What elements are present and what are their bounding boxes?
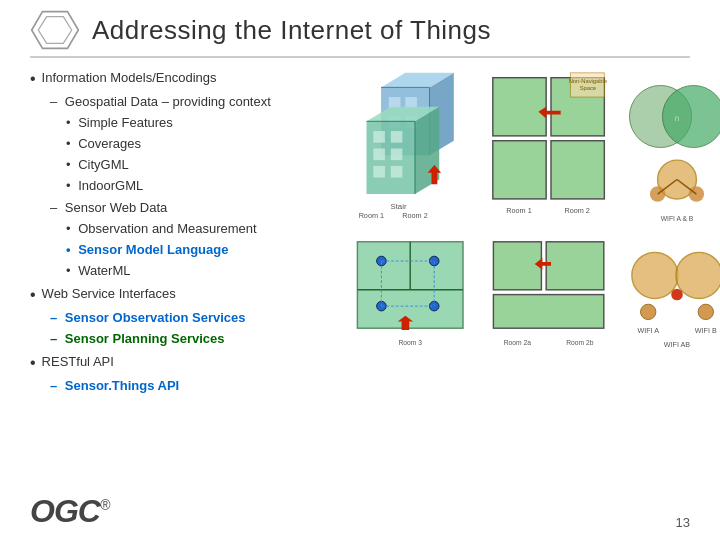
svg-text:WIFI A: WIFI A [637,326,659,335]
svg-text:Stair: Stair [391,202,407,211]
sensor-svg: Room 3 [350,237,480,357]
svg-rect-17 [391,131,403,143]
bullet-geospatial: – Geospatial Data – providing context [30,92,340,112]
images-top-row: Stair Room 1 Room 2 No [350,68,720,232]
floorplan-illustration: Non-Navigable Space Room 1 Room 2 [486,68,616,232]
svg-point-68 [671,289,683,301]
floorplan2-svg: Room 2a Room 2b [486,237,616,357]
floorplan2-illustration: Room 2a Room 2b [486,237,616,361]
images-column: Stair Room 1 Room 2 No [350,68,720,397]
svg-rect-29 [551,141,604,199]
bullet-waterml: • WaterML [30,261,340,281]
building-illustration: Stair Room 1 Room 2 [350,68,480,232]
bullet-info-models: • Information Models/Encodings [30,68,340,90]
slide-container: Addressing the Internet of Things • Info… [0,0,720,540]
svg-rect-26 [493,78,546,136]
svg-point-37 [662,85,720,147]
floorplan-svg: Non-Navigable Space Room 1 Room 2 [486,68,616,228]
text-column: • Information Models/Encodings – Geospat… [30,68,340,397]
slide-header: Addressing the Internet of Things [30,10,690,58]
bullet-simple-features: • Simple Features [30,113,340,133]
svg-text:Room 2a: Room 2a [504,339,532,346]
svg-rect-59 [546,242,604,290]
bullet-coverages: • Coverages [30,134,340,154]
bullet-sensor-web-label: Sensor Web Data [65,200,167,215]
bullet-coverages-label: Coverages [78,136,141,151]
svg-point-66 [641,304,656,319]
svg-rect-19 [391,148,403,160]
svg-rect-58 [493,242,541,290]
svg-text:Room 3: Room 3 [398,339,422,346]
bullet-waterml-label: WaterML [78,263,130,278]
dash-geo: – [50,94,57,109]
slide-title: Addressing the Internet of Things [92,15,491,46]
svg-text:Room 1: Room 1 [359,211,384,220]
bullet-citygml: • CityGML [30,155,340,175]
svg-rect-16 [373,131,385,143]
venn-svg: ∩ WIFI A & B [622,68,720,228]
bullet-sos-label: Sensor Observation Services [65,310,246,325]
svg-text:Non-Navigable: Non-Navigable [569,78,607,84]
bullet-restful: • RESTful API [30,352,340,374]
svg-text:WIFI A & B: WIFI A & B [661,215,694,222]
bullet-sensor-model: • Sensor Model Language [30,240,340,260]
ogc-sup: ® [100,497,109,513]
bullet-sos: – Sensor Observation Services [30,308,340,328]
svg-text:Room 1: Room 1 [506,206,531,215]
svg-rect-60 [493,295,603,329]
svg-point-65 [676,252,720,298]
bullet-geospatial-label: Geospatial Data – providing context [65,94,271,109]
svg-text:Space: Space [580,85,596,91]
svg-text:WIFI AB: WIFI AB [664,340,691,349]
images-bottom-row: Room 3 Room 2a Room 2b [350,237,720,361]
bullet-web-service: • Web Service Interfaces [30,284,340,306]
bullet-indoorgml: • IndoorGML [30,176,340,196]
bullet-web-service-label: Web Service Interfaces [42,284,176,304]
building-svg: Stair Room 1 Room 2 [350,68,480,228]
bullet-restful-label: RESTful API [42,352,114,372]
svg-point-64 [632,252,678,298]
bullet-citygml-label: CityGML [78,157,129,172]
bullet-sensorthings-label: Sensor.Things API [65,378,179,393]
bullet-observation-label: Observation and Measurement [78,221,256,236]
svg-text:WIFI B: WIFI B [695,326,717,335]
svg-rect-21 [391,166,403,178]
bullet-observation: • Observation and Measurement [30,219,340,239]
ogc-logo: OGC® [30,493,109,530]
svg-point-67 [698,304,713,319]
svg-text:∩: ∩ [674,113,680,123]
bullet-dot-1: • [30,69,36,90]
bullet-sensorthings: – Sensor.Things API [30,376,340,396]
svg-rect-20 [373,166,385,178]
svg-text:Room 2: Room 2 [564,206,589,215]
wifi-illustration: WIFI A WIFI B WIFI AB [622,237,720,361]
bullet-simple-features-label: Simple Features [78,115,173,130]
bullet-sps: – Sensor Planning Services [30,329,340,349]
bottom-section: OGC® 13 [30,493,690,530]
venn-illustration: ∩ WIFI A & B [622,68,720,232]
bullet-sps-label: Sensor Planning Services [65,331,225,346]
svg-rect-28 [493,141,546,199]
svg-text:Room 2b: Room 2b [566,339,594,346]
bullet-sensor-model-label: Sensor Model Language [78,242,228,257]
svg-rect-18 [373,148,385,160]
svg-text:Room 2: Room 2 [402,211,427,220]
main-content: • Information Models/Encodings – Geospat… [30,68,690,397]
wifi-svg: WIFI A WIFI B WIFI AB [622,237,720,357]
sensor-network-illustration: Room 3 [350,237,480,361]
svg-marker-1 [38,17,71,44]
ogc-header-logo [30,10,80,50]
bullet-indoorgml-label: IndoorGML [78,178,143,193]
bullet-info-models-label: Information Models/Encodings [42,68,217,88]
page-number: 13 [676,515,690,530]
ogc-label: OGC [30,493,100,529]
bullet-sensor-web: – Sensor Web Data [30,198,340,218]
